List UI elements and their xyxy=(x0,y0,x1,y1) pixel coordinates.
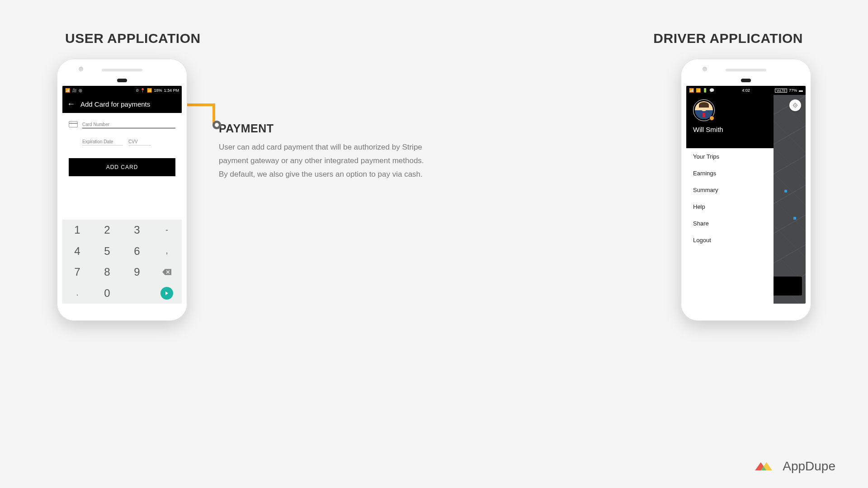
battery-bar-icon: ▬ xyxy=(799,88,803,93)
key-empty xyxy=(122,283,152,304)
card-number-label: Card Number xyxy=(82,122,175,127)
drawer-header: Will Smith xyxy=(686,95,774,148)
status-bar: 📶 📶 🔋 💬 4:02 VoLTE 77% ▬ xyxy=(686,86,806,95)
video-icon: 🎥 xyxy=(72,88,77,93)
driver-name-label: Will Smith xyxy=(693,126,767,133)
status-time: 4:02 xyxy=(742,88,750,93)
chat-icon: 💬 xyxy=(709,88,714,93)
wifi-icon: 📶 xyxy=(147,88,152,93)
key-backspace[interactable] xyxy=(152,262,182,283)
key-8[interactable]: 8 xyxy=(92,262,122,283)
battery-pct: 18% xyxy=(154,88,162,93)
location-icon: 📍 xyxy=(140,88,145,93)
key-5[interactable]: 5 xyxy=(92,241,122,262)
user-phone-frame: 📶 🎥 ◎ ⎚ 📍 📶 18% 1:34 PM ← Add Card for p… xyxy=(57,59,187,321)
navigation-drawer: Will Smith Your Trips Earnings Summary H… xyxy=(686,95,774,304)
user-app-title: USER APPLICATION xyxy=(65,31,201,46)
cast-icon: ⎚ xyxy=(136,88,138,93)
appdupe-logo: AppDupe xyxy=(752,459,835,474)
add-card-button[interactable]: ADD CARD xyxy=(69,158,175,176)
phone-sensor-icon xyxy=(117,79,127,82)
description-block: PAYMENT User can add card payment that w… xyxy=(219,122,431,181)
volte-icon: VoLTE xyxy=(775,89,787,93)
key-2[interactable]: 2 xyxy=(92,220,122,241)
appbar-title: Add Card for payments xyxy=(80,100,150,108)
cvv-input[interactable]: CVV xyxy=(128,139,151,145)
circle-icon: ◎ xyxy=(79,88,82,93)
phone-sensor-icon xyxy=(741,79,751,82)
battery-pct: 77% xyxy=(789,88,797,93)
description-body: User can add card payment that will be a… xyxy=(219,141,431,181)
crosshair-icon xyxy=(792,102,798,108)
key-7[interactable]: 7 xyxy=(62,262,92,283)
key-6[interactable]: 6 xyxy=(122,241,152,262)
description-title: PAYMENT xyxy=(219,122,431,135)
key-dash[interactable]: - xyxy=(152,220,182,241)
menu-your-trips[interactable]: Your Trips xyxy=(686,148,743,165)
phone-camera-icon xyxy=(79,67,83,71)
map-marker-icon xyxy=(784,190,787,192)
signal-icon: 📶 xyxy=(689,88,694,93)
key-1[interactable]: 1 xyxy=(62,220,92,241)
back-arrow-icon[interactable]: ← xyxy=(67,99,75,109)
backspace-icon xyxy=(162,269,171,275)
signal-icon: 📶 xyxy=(65,88,70,93)
map-marker-icon xyxy=(793,217,796,220)
map-action-panel[interactable] xyxy=(774,277,802,296)
cvv-label: CVV xyxy=(128,139,151,144)
menu-earnings[interactable]: Earnings xyxy=(686,165,743,182)
card-number-input[interactable]: Card Number xyxy=(82,122,175,128)
logo-text: AppDupe xyxy=(783,459,835,474)
status-bar: 📶 🎥 ◎ ⎚ 📍 📶 18% 1:34 PM xyxy=(62,86,182,95)
key-4[interactable]: 4 xyxy=(62,241,92,262)
menu-share[interactable]: Share xyxy=(686,215,743,232)
app-bar: ← Add Card for payments xyxy=(62,95,182,113)
menu-help[interactable]: Help xyxy=(686,198,743,215)
menu-summary[interactable]: Summary xyxy=(686,182,743,198)
user-phone-screen: 📶 🎥 ◎ ⎚ 📍 📶 18% 1:34 PM ← Add Card for p… xyxy=(62,86,182,304)
key-comma[interactable]: , xyxy=(152,241,182,262)
svg-point-1 xyxy=(795,105,796,106)
expiration-label: Expiration Date xyxy=(82,139,123,144)
key-go[interactable] xyxy=(152,283,182,304)
driver-app-title: DRIVER APPLICATION xyxy=(653,31,803,46)
driver-phone-frame: 📶 📶 🔋 💬 4:02 VoLTE 77% ▬ Will Smith xyxy=(681,59,811,321)
numeric-keypad: 1 2 3 - 4 5 6 , 7 8 9 . 0 xyxy=(62,220,182,304)
map-background[interactable] xyxy=(774,95,806,304)
key-dot[interactable]: . xyxy=(62,283,92,304)
menu-logout[interactable]: Logout xyxy=(686,232,743,249)
key-0[interactable]: 0 xyxy=(92,283,122,304)
bullet-icon xyxy=(212,121,221,129)
status-time: 1:34 PM xyxy=(164,88,179,93)
driver-phone-screen: 📶 📶 🔋 💬 4:02 VoLTE 77% ▬ Will Smith xyxy=(686,86,806,304)
signal2-icon: 📶 xyxy=(696,88,701,93)
avatar-ring[interactable] xyxy=(693,99,715,121)
card-form: Card Number Expiration Date CVV ADD CARD xyxy=(62,113,182,183)
logo-mark-icon xyxy=(752,460,776,473)
key-3[interactable]: 3 xyxy=(122,220,152,241)
go-icon xyxy=(160,287,173,300)
drawer-menu: Your Trips Earnings Summary Help Share L… xyxy=(686,148,743,304)
avatar-icon xyxy=(695,101,713,119)
battery-icon: 🔋 xyxy=(703,88,708,93)
card-icon xyxy=(69,121,78,127)
gps-locate-button[interactable] xyxy=(789,99,801,111)
expiration-input[interactable]: Expiration Date xyxy=(82,139,123,145)
key-9[interactable]: 9 xyxy=(122,262,152,283)
phone-camera-icon xyxy=(703,67,707,71)
